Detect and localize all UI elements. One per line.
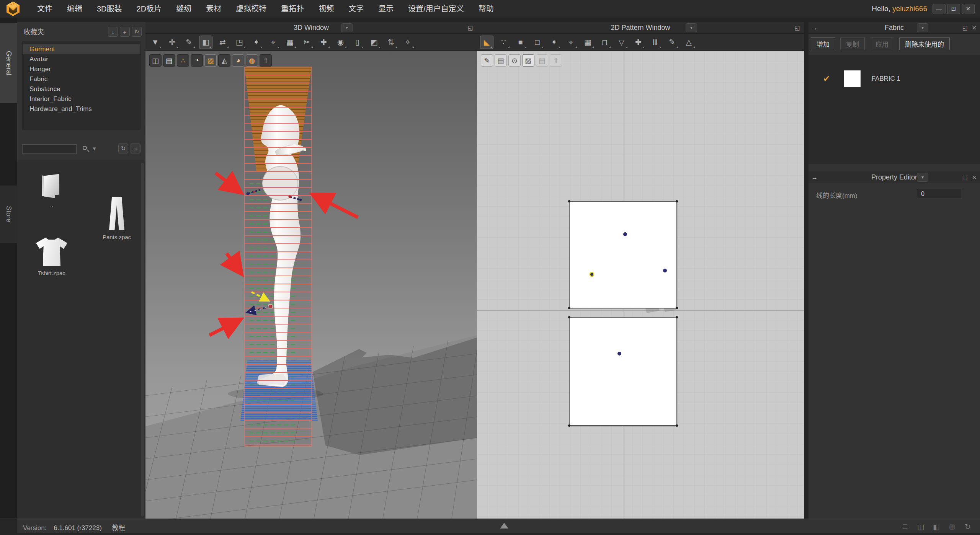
menu-item[interactable]: 文件 (30, 0, 60, 18)
fabric-button[interactable]: 增加 (811, 37, 835, 50)
view-toggle-3d[interactable]: ∴ (177, 54, 189, 67)
layout-icon-button[interactable]: ⊞ (946, 521, 958, 532)
tab-store[interactable]: Store (0, 186, 17, 243)
favorites-item[interactable]: Hardware_and_Trims (23, 104, 140, 114)
tool-3d[interactable]: ◉ (334, 36, 347, 49)
favorites-tool-button[interactable]: ↻ (132, 27, 142, 37)
file-item-folder[interactable]: .. (31, 174, 73, 208)
window-control-button[interactable]: — (933, 4, 946, 14)
viewport-2d[interactable]: ✎ ▤ ⊙ ▨ ▤ ⇧ (477, 51, 804, 519)
tool-2d[interactable]: ✚ (632, 36, 645, 49)
view-toggle-2d[interactable]: ▤ (536, 54, 548, 67)
favorites-item[interactable]: Garment (23, 44, 140, 54)
file-scrollbar[interactable] (141, 163, 144, 517)
search-icon[interactable] (83, 146, 87, 150)
menu-item[interactable]: 显示 (371, 0, 401, 18)
favorites-item[interactable]: Interior_Fabric (23, 94, 140, 104)
view-toggle-3d[interactable]: ⇧ (260, 54, 272, 67)
tool-3d[interactable]: ▯ (351, 36, 364, 49)
menu-item[interactable]: 视频 (311, 0, 341, 18)
tool-3d[interactable]: ◩ (368, 36, 381, 49)
close-icon[interactable]: ✕ (970, 173, 978, 181)
menu-item[interactable]: 3D服装 (90, 0, 129, 18)
file-item-tshirt[interactable]: Tshirt.zpac (31, 238, 73, 276)
window2d-dropdown-button[interactable]: ▾ (686, 23, 697, 32)
menu-item[interactable]: 虚拟模特 (229, 0, 274, 18)
popout-icon[interactable]: ◱ (961, 173, 969, 181)
tool-2d[interactable]: ▽ (615, 36, 628, 49)
view-toggle-2d[interactable]: ⇧ (550, 54, 562, 67)
tool-3d[interactable]: ⇅ (384, 36, 398, 49)
close-icon[interactable]: ✕ (970, 24, 978, 32)
menu-item[interactable]: 素材 (199, 0, 229, 18)
menu-item[interactable]: 2D板片 (129, 0, 169, 18)
tool-2d[interactable]: ∵ (497, 36, 510, 49)
view-toggle-2d[interactable]: ✎ (481, 54, 493, 67)
view-toggle-2d[interactable]: ▤ (495, 54, 507, 67)
popout-icon[interactable]: ◱ (466, 24, 475, 32)
view-toggle-3d[interactable]: ◔ (191, 54, 203, 67)
tool-2d[interactable]: ✎ (665, 36, 679, 49)
file-item-pants[interactable]: Pants.zpac (96, 197, 138, 240)
tool-3d[interactable]: ◧ (199, 36, 212, 49)
tool-2d[interactable]: ⊓ (598, 36, 611, 49)
tool-3d[interactable]: ◳ (233, 36, 246, 49)
fabric-button[interactable]: 删除未使用的 (899, 37, 950, 50)
tool-2d[interactable]: ◣ (480, 36, 493, 49)
tool-3d[interactable]: ⌖ (266, 36, 280, 49)
window-control-button[interactable]: ✕ (962, 4, 975, 14)
view-toggle-3d[interactable]: ▤ (163, 54, 175, 67)
window-control-button[interactable]: ⊡ (947, 4, 960, 14)
fabric-swatch[interactable] (844, 70, 861, 87)
popout-icon[interactable]: ◱ (793, 24, 802, 32)
layout-icon-button[interactable]: ◫ (915, 521, 927, 532)
view-toggle-3d[interactable]: ▨ (204, 54, 217, 67)
favorites-item[interactable]: Hanger (23, 64, 140, 74)
tool-2d[interactable]: △ (682, 36, 696, 49)
layout-icon-button[interactable]: ◧ (930, 521, 942, 532)
favorites-item[interactable]: Substance (23, 84, 140, 94)
tool-2d[interactable]: ✦ (547, 36, 561, 49)
tool-3d[interactable]: ✂ (300, 36, 314, 49)
menu-item[interactable]: 编辑 (60, 0, 90, 18)
tutorial-link[interactable]: 教程 (112, 524, 125, 532)
view-toggle-3d[interactable]: ◕ (232, 54, 244, 67)
menu-item[interactable]: 重拓扑 (274, 0, 311, 18)
tool-3d[interactable]: ✦ (250, 36, 263, 49)
search-input[interactable] (22, 144, 77, 154)
fabric-dropdown-button[interactable]: ▾ (917, 23, 928, 32)
tool-2d[interactable]: Ⅲ (648, 36, 662, 49)
favorites-item[interactable]: Avatar (23, 54, 140, 64)
menu-item[interactable]: 缝纫 (169, 0, 199, 18)
fabric-button[interactable]: 复制 (840, 37, 865, 50)
favorites-tool-button[interactable]: + (120, 27, 130, 37)
view-toggle-2d[interactable]: ⊙ (508, 54, 521, 67)
view-toggle-3d[interactable]: ◍ (246, 54, 258, 67)
tool-3d[interactable]: ⇄ (216, 36, 229, 49)
favorites-item[interactable]: Fabric (23, 74, 140, 84)
layout-icon-button[interactable]: □ (899, 521, 911, 532)
line-length-input[interactable] (917, 189, 962, 199)
layout-icon-button[interactable]: ↻ (962, 521, 974, 532)
tool-2d[interactable]: ■ (514, 36, 527, 49)
favorites-tool-button[interactable]: ↓ (108, 27, 118, 37)
tool-3d[interactable]: ✛ (165, 36, 179, 49)
view-toggle-3d[interactable]: ◫ (149, 54, 162, 67)
menu-item[interactable]: 帮助 (471, 0, 501, 18)
tool-3d[interactable]: ✧ (401, 36, 415, 49)
tool-3d[interactable]: ▼ (149, 36, 162, 49)
search-filter-chevron-icon[interactable]: ▼ (92, 146, 97, 152)
tool-2d[interactable]: ▦ (581, 36, 595, 49)
tab-general[interactable]: General (0, 23, 17, 103)
menu-item[interactable]: 设置/用户自定义 (401, 0, 471, 18)
tool-3d[interactable]: ✎ (182, 36, 196, 49)
view-toggle-2d[interactable]: ▨ (522, 54, 534, 67)
tool-2d[interactable]: □ (531, 36, 544, 49)
viewport-3d[interactable]: ◫ ▤ ∴ ◔ ▨ ◭ (145, 51, 477, 519)
popout-icon[interactable]: ◱ (961, 24, 969, 32)
fabric-button[interactable]: 应用 (870, 37, 894, 50)
search-tool-button[interactable]: ↻ (118, 144, 128, 153)
view-toggle-3d[interactable]: ◭ (218, 54, 230, 67)
fabric-row[interactable]: ✔ FABRIC 1 (808, 65, 980, 93)
window3d-dropdown-button[interactable]: ▾ (341, 23, 353, 32)
